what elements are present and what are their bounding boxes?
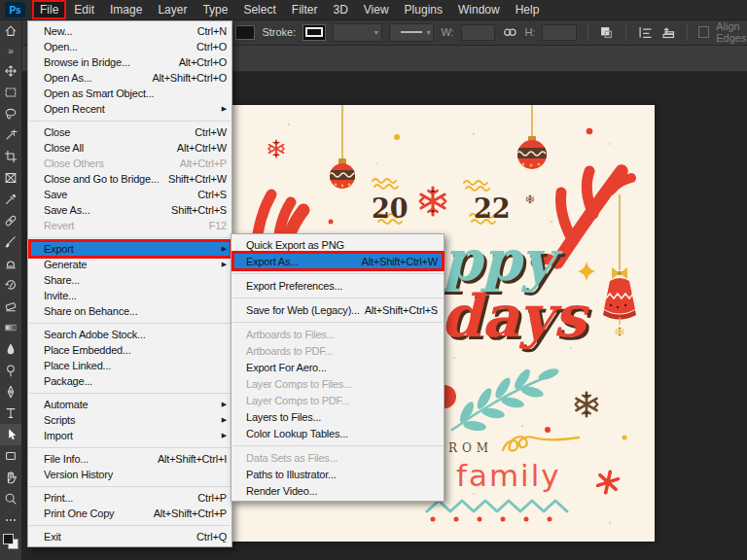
blur-tool-icon[interactable] [0,338,21,360]
file-menu-item-import[interactable]: Import▶ [28,428,231,443]
file-menu-item-close-and-go-to-bridge[interactable]: Close and Go to Bridge...Shift+Ctrl+W [28,171,231,187]
export-submenu-item-export-for-aero[interactable]: Export For Aero... [231,359,444,375]
menubar-item-help[interactable]: Help [508,0,548,19]
move-tool-icon[interactable] [0,60,21,82]
file-menu-item-share[interactable]: Share... [28,272,231,288]
home-icon[interactable] [0,19,21,43]
ornament-strings [342,105,532,161]
link-dimensions-icon[interactable] [502,23,518,41]
shape-height-field[interactable] [542,24,576,41]
file-menu-item-save[interactable]: SaveCtrl+S [28,187,231,202]
file-menu-item-package[interactable]: Package... [28,373,231,389]
file-menu-item-new[interactable]: New...Ctrl+N [28,23,231,39]
eraser-tool-icon[interactable] [0,296,21,317]
more-tool-icon[interactable] [0,509,21,531]
align-edges-checkbox[interactable] [698,26,709,38]
zigzag-border [427,501,567,511]
file-menu-item-exit[interactable]: ExitCtrl+Q [28,529,231,544]
file-menu-item-export[interactable]: Export▶ [28,241,231,257]
file-menu-item-version-history[interactable]: Version History [28,467,231,482]
snowflake-icon [576,393,598,416]
red-dot [587,128,593,135]
export-submenu-item-layers-to-files[interactable]: Layers to Files... [231,408,444,425]
menubar-item-edit[interactable]: Edit [66,0,102,19]
file-menu-item-scripts[interactable]: Scripts▶ [28,412,231,428]
year-left-text: 20 [372,193,409,224]
export-submenu-item-color-lookup-tables[interactable]: Color Lookup Tables... [231,425,444,441]
file-menu-item-file-info[interactable]: File Info...Alt+Shift+Ctrl+I [28,451,231,467]
menubar-item-layer[interactable]: Layer [150,0,195,19]
file-menu-item-print[interactable]: Print...Ctrl+P [28,490,231,506]
brush-tool-icon[interactable] [0,231,21,253]
menubar-item-plugins[interactable]: Plugins [397,0,450,19]
file-menu-item-save-as[interactable]: Save As...Shift+Ctrl+S [28,202,231,218]
eyedropper-tool-icon[interactable] [0,189,21,210]
stroke-color-swatch[interactable] [302,24,326,41]
file-menu-item-browse-in-bridge[interactable]: Browse in Bridge...Alt+Ctrl+O [28,54,231,70]
snowflake-icon [268,140,284,157]
file-menu-separator [29,121,231,122]
path-alignment-icon[interactable] [637,23,654,41]
path-select-tool-icon[interactable] [0,424,21,445]
export-submenu-item-export-as[interactable]: Export As...Alt+Shift+Ctrl+W [231,253,444,269]
color-swatches[interactable] [3,534,18,549]
file-menu-item-generate[interactable]: Generate▶ [28,257,231,272]
file-menu-item-open-as-smart-object[interactable]: Open as Smart Object... [28,86,231,101]
history-brush-tool-icon[interactable] [0,274,21,296]
file-menu-separator [29,323,231,324]
menubar-item-file[interactable]: File [32,0,66,19]
foreground-color-swatch[interactable] [3,534,14,544]
menubar-item-window[interactable]: Window [450,0,508,19]
path-arrangement-icon[interactable] [660,23,677,41]
file-menu-item-invite[interactable]: Invite... [28,288,231,303]
healing-brush-tool-icon[interactable] [0,210,21,231]
menubar-item-3d[interactable]: 3D [325,0,355,19]
gradient-tool-icon[interactable] [0,317,21,338]
file-menu-separator [29,525,231,526]
file-menu-item-open[interactable]: Open...Ctrl+O [28,39,231,54]
export-submenu-item-paths-to-illustrator[interactable]: Paths to Illustrator... [231,466,444,482]
export-submenu-item-export-preferences[interactable]: Export Preferences... [231,277,444,294]
type-tool-icon[interactable] [0,402,21,424]
magic-wand-tool-icon[interactable] [0,124,21,146]
file-menu-item-automate[interactable]: Automate▶ [28,397,231,412]
lasso-tool-icon[interactable] [0,103,21,124]
menubar-item-view[interactable]: View [356,0,397,19]
stroke-type-dropdown[interactable]: ▾ [389,23,435,42]
file-menu-item-place-embedded[interactable]: Place Embedded... [28,342,231,358]
expand-tool-icon[interactable]: » [0,43,21,60]
menubar-item-select[interactable]: Select [235,0,283,19]
file-menu-item-share-on-behance[interactable]: Share on Behance... [28,303,231,319]
menubar-item-filter[interactable]: Filter [284,0,326,19]
zigzag-dots [431,517,552,522]
export-submenu-item-save-for-web-legacy[interactable]: Save for Web (Legacy)...Alt+Shift+Ctrl+S [231,301,444,318]
file-menu-item-place-linked[interactable]: Place Linked... [28,358,231,373]
export-submenu-item-data-sets-as-files: Data Sets as Files... [231,449,444,466]
ornament-bauble-left [328,158,358,189]
menubar-item-type[interactable]: Type [195,0,235,19]
export-submenu-item-render-video[interactable]: Render Video... [231,482,444,499]
fill-color-swatch[interactable] [235,25,255,40]
frame-tool-icon[interactable] [0,167,21,189]
shape-tool-icon[interactable] [0,445,21,467]
hand-tool-icon[interactable] [0,467,21,488]
file-menu-item-print-one-copy[interactable]: Print One CopyAlt+Shift+Ctrl+P [28,506,231,521]
file-menu-item-close[interactable]: CloseCtrl+W [28,124,231,140]
file-menu-item-open-recent[interactable]: Open Recent▶ [28,101,231,117]
pen-tool-icon[interactable] [0,381,21,402]
bell-icon [603,194,636,336]
shape-width-field[interactable] [461,24,495,41]
file-menu-item-search-adobe-stock[interactable]: Search Adobe Stock... [28,327,231,342]
crop-tool-icon[interactable] [0,146,21,167]
file-menu-item-open-as[interactable]: Open As...Alt+Shift+Ctrl+O [28,70,231,86]
file-menu-item-close-all[interactable]: Close AllAlt+Ctrl+W [28,140,231,156]
menubar-item-image[interactable]: Image [102,0,150,19]
zoom-tool-icon[interactable] [0,488,21,509]
marquee-tool-icon[interactable] [0,82,21,103]
path-operations-icon[interactable] [598,23,615,41]
clone-stamp-tool-icon[interactable] [0,253,21,274]
stroke-width-dropdown[interactable]: ▾ [333,23,381,42]
export-submenu-item-quick-export-as-png[interactable]: Quick Export as PNG [231,236,444,253]
chevron-down-icon: ▾ [374,28,378,37]
dodge-tool-icon[interactable] [0,360,21,381]
